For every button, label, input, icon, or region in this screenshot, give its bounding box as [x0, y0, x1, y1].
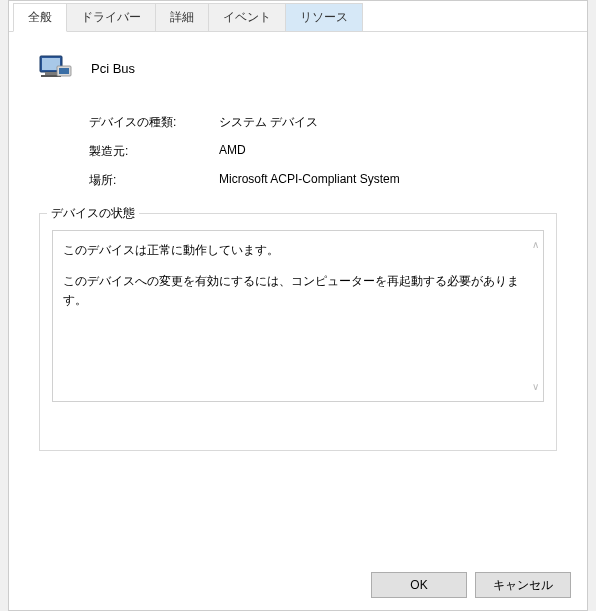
tab-events[interactable]: イベント — [208, 3, 286, 31]
info-row-location: 場所: Microsoft ACPI-Compliant System — [89, 172, 567, 189]
info-row-manufacturer: 製造元: AMD — [89, 143, 567, 160]
status-line-2: このデバイスへの変更を有効にするには、コンピューターを再起動する必要があります。 — [63, 272, 521, 310]
svg-rect-5 — [59, 68, 69, 74]
manufacturer-value: AMD — [219, 143, 246, 160]
device-status-legend: デバイスの状態 — [47, 205, 139, 222]
ok-button[interactable]: OK — [371, 572, 467, 598]
pci-bus-icon — [37, 50, 73, 86]
tab-details[interactable]: 詳細 — [155, 3, 209, 31]
dialog-buttons: OK キャンセル — [371, 572, 571, 598]
scroll-down-hint: ∨ — [532, 379, 539, 395]
tab-content: Pci Bus デバイスの種類: システム デバイス 製造元: AMD 場所: … — [9, 32, 587, 469]
info-row-type: デバイスの種類: システム デバイス — [89, 114, 567, 131]
device-status-group: デバイスの状態 このデバイスは正常に動作しています。 このデバイスへの変更を有効… — [39, 213, 557, 451]
device-type-label: デバイスの種類: — [89, 114, 219, 131]
tab-general[interactable]: 全般 — [13, 3, 67, 32]
manufacturer-label: 製造元: — [89, 143, 219, 160]
tab-bar: 全般 ドライバー 詳細 イベント リソース — [9, 1, 587, 32]
tab-driver[interactable]: ドライバー — [66, 3, 156, 31]
location-value: Microsoft ACPI-Compliant System — [219, 172, 400, 189]
device-title: Pci Bus — [91, 61, 135, 76]
status-line-1: このデバイスは正常に動作しています。 — [63, 241, 521, 260]
device-type-value: システム デバイス — [219, 114, 318, 131]
device-status-textbox[interactable]: このデバイスは正常に動作しています。 このデバイスへの変更を有効にするには、コン… — [52, 230, 544, 402]
tab-resources[interactable]: リソース — [285, 3, 363, 31]
device-status-frame: このデバイスは正常に動作しています。 このデバイスへの変更を有効にするには、コン… — [39, 213, 557, 451]
scroll-up-hint: ∧ — [532, 237, 539, 253]
svg-rect-2 — [45, 72, 57, 75]
device-header: Pci Bus — [37, 50, 567, 86]
cancel-button[interactable]: キャンセル — [475, 572, 571, 598]
location-label: 場所: — [89, 172, 219, 189]
properties-dialog: 全般 ドライバー 詳細 イベント リソース Pci Bus デバイスの種類: — [8, 0, 588, 611]
device-info: デバイスの種類: システム デバイス 製造元: AMD 場所: Microsof… — [89, 114, 567, 189]
